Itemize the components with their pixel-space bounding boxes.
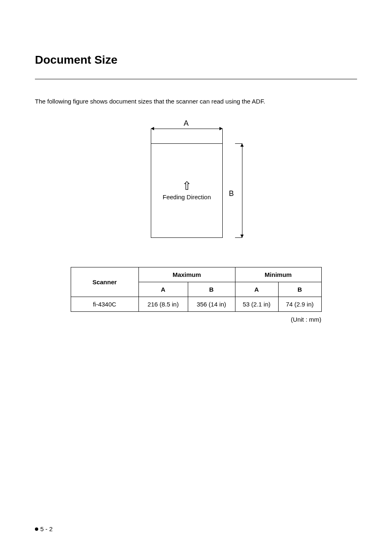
header-maximum: Maximum [138, 267, 235, 282]
subheader-min-a: A [235, 282, 278, 297]
dimension-arrow-b [235, 143, 242, 238]
title-rule [35, 79, 357, 79]
cell-min-b: 74 (2.9 in) [278, 297, 321, 312]
dimension-label-a: A [184, 119, 189, 128]
table-row: fi-4340C 216 (8.5 in) 356 (14 in) 53 (2.… [71, 297, 321, 312]
header-minimum: Minimum [235, 267, 321, 282]
header-scanner: Scanner [71, 267, 138, 297]
feeding-direction-label: Feeding Direction [163, 193, 211, 200]
cell-max-b: 356 (14 in) [188, 297, 235, 312]
document-size-diagram: A ⇧ Feeding Direction B [35, 121, 357, 240]
dimension-label-b: B [229, 189, 234, 198]
document-size-table: Scanner Maximum Minimum A B A B fi-4340C… [71, 267, 322, 312]
page-title: Document Size [35, 53, 357, 67]
cell-min-a: 53 (2.1 in) [235, 297, 278, 312]
subheader-min-b: B [278, 282, 321, 297]
cell-max-a: 216 (8.5 in) [138, 297, 188, 312]
feeding-arrow-icon: ⇧ [182, 181, 191, 191]
intro-text: The following figure shows document size… [35, 98, 357, 105]
subheader-max-b: B [188, 282, 235, 297]
dimension-arrow-a [151, 129, 223, 143]
subheader-max-a: A [138, 282, 188, 297]
unit-note: (Unit : mm) [71, 316, 321, 323]
document-rectangle: ⇧ Feeding Direction [151, 143, 223, 238]
bullet-icon [35, 527, 38, 531]
page-number-text: 5 - 2 [40, 525, 53, 532]
cell-scanner: fi-4340C [71, 297, 138, 312]
page-number: 5 - 2 [35, 525, 53, 532]
table-header-row-1: Scanner Maximum Minimum [71, 267, 321, 282]
